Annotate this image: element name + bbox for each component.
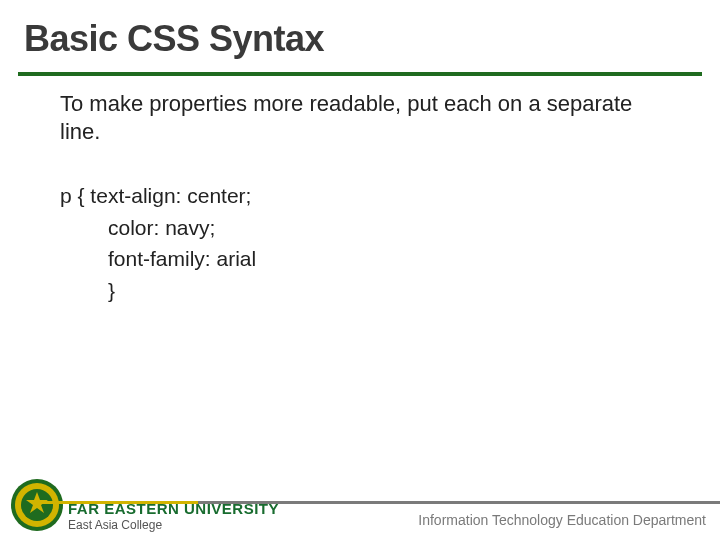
title-underline	[18, 72, 702, 76]
slide-footer: FAR EASTERN UNIVERSITY East Asia College…	[0, 472, 720, 540]
code-line-3: font-family: arial	[108, 243, 256, 275]
code-line-2: color: navy;	[108, 212, 256, 244]
footer-university-block: FAR EASTERN UNIVERSITY East Asia College	[68, 500, 279, 532]
university-seal-icon	[10, 478, 64, 532]
body-paragraph: To make properties more readable, put ea…	[60, 90, 660, 145]
department-name: Information Technology Education Departm…	[418, 512, 706, 528]
code-line-4: }	[108, 275, 256, 307]
slide-container: { "title": "Basic CSS Syntax", "body": "…	[0, 0, 720, 540]
college-name: East Asia College	[68, 518, 279, 532]
university-name: FAR EASTERN UNIVERSITY	[68, 500, 279, 517]
slide-title: Basic CSS Syntax	[24, 18, 324, 60]
code-block: p { text-align: center; color: navy; fon…	[60, 180, 256, 306]
code-line-1: p { text-align: center;	[60, 180, 256, 212]
